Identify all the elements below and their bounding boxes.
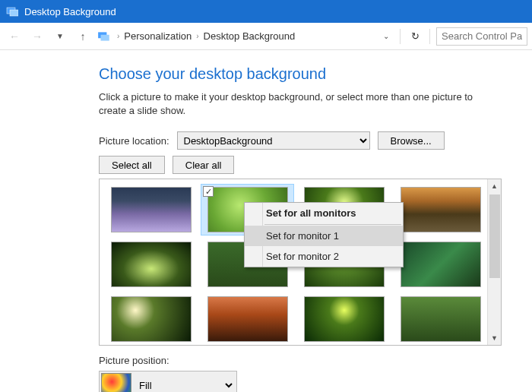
- checkbox-icon[interactable]: ✓: [203, 186, 214, 197]
- thumbnail-image: [111, 187, 192, 232]
- refresh-button[interactable]: ↻: [407, 28, 423, 45]
- content: Choose your desktop background Click a p…: [0, 50, 532, 392]
- scroll-thumb[interactable]: [489, 194, 500, 278]
- picture-location-label: Picture location:: [99, 135, 169, 147]
- context-menu-item[interactable]: Set for monitor 1: [245, 226, 403, 246]
- navbar: ← → ▼ ↑ › Personalization › Desktop Back…: [0, 23, 532, 50]
- selection-row: Select all Clear all: [99, 156, 512, 174]
- chevron-right-icon: ›: [117, 32, 119, 40]
- thumbnail-image: [401, 187, 481, 232]
- context-menu: Set for all monitorsSet for monitor 1Set…: [244, 202, 404, 267]
- up-button[interactable]: ↑: [73, 27, 93, 46]
- thumbnail[interactable]: [104, 293, 198, 345]
- address-icon: [97, 30, 111, 43]
- thumbnail-image: [401, 242, 481, 287]
- divider: [400, 29, 401, 44]
- picture-gallery: ✓ ▲ ▼ Set for all monitorsSet for monito…: [99, 179, 502, 346]
- position-preview-icon: [101, 373, 131, 392]
- context-menu-separator: [264, 224, 401, 225]
- picture-location-select[interactable]: DesktopBackground: [177, 131, 370, 150]
- forward-button[interactable]: →: [27, 27, 47, 46]
- select-all-button[interactable]: Select all: [99, 156, 165, 174]
- back-button[interactable]: ←: [5, 27, 24, 46]
- picture-position-control: Fill: [99, 371, 237, 392]
- picture-position-label: Picture position:: [99, 355, 512, 366]
- breadcrumb-item[interactable]: Desktop Background: [204, 30, 296, 42]
- recent-locations-button[interactable]: ▼: [50, 27, 70, 46]
- thumbnail[interactable]: [394, 293, 487, 345]
- search-input[interactable]: [436, 27, 527, 46]
- breadcrumb[interactable]: › Personalization › Desktop Background: [114, 30, 375, 42]
- thumbnail[interactable]: [104, 184, 198, 236]
- page-subtext: Click a picture to make it your desktop …: [99, 90, 494, 118]
- context-menu-item[interactable]: Set for all monitors: [245, 203, 403, 223]
- thumbnail[interactable]: [201, 293, 294, 345]
- browse-button[interactable]: Browse...: [378, 131, 445, 150]
- thumbnail[interactable]: [394, 184, 487, 236]
- thumbnail-image: [304, 296, 385, 342]
- window-title: Desktop Background: [24, 6, 116, 17]
- picture-location-row: Picture location: DesktopBackground Brow…: [99, 131, 512, 150]
- thumbnail[interactable]: [394, 239, 487, 290]
- breadcrumb-item[interactable]: Personalization: [124, 30, 192, 42]
- titlebar: Desktop Background: [0, 0, 532, 23]
- thumbnail-image: [401, 296, 481, 342]
- page-heading: Choose your desktop background: [99, 65, 512, 83]
- scroll-down-icon[interactable]: ▼: [488, 331, 501, 345]
- thumbnail-image: [207, 296, 288, 342]
- picture-position-row: Picture position: Fill: [99, 355, 512, 392]
- scroll-up-icon[interactable]: ▲: [488, 179, 501, 193]
- svg-rect-3: [101, 34, 109, 40]
- thumbnail[interactable]: [297, 293, 391, 345]
- svg-rect-1: [10, 10, 18, 16]
- thumbnail[interactable]: [104, 239, 198, 290]
- picture-position-select[interactable]: Fill: [136, 377, 235, 392]
- clear-all-button[interactable]: Clear all: [173, 156, 235, 174]
- divider: [429, 29, 430, 44]
- thumbnail-image: [111, 296, 192, 342]
- thumbnail-image: [111, 242, 192, 287]
- scrollbar[interactable]: ▲ ▼: [487, 179, 501, 345]
- address-dropdown[interactable]: ⌄: [378, 32, 394, 40]
- chevron-right-icon: ›: [196, 32, 198, 40]
- context-menu-item[interactable]: Set for monitor 2: [245, 246, 403, 267]
- control-panel-icon: [6, 5, 18, 17]
